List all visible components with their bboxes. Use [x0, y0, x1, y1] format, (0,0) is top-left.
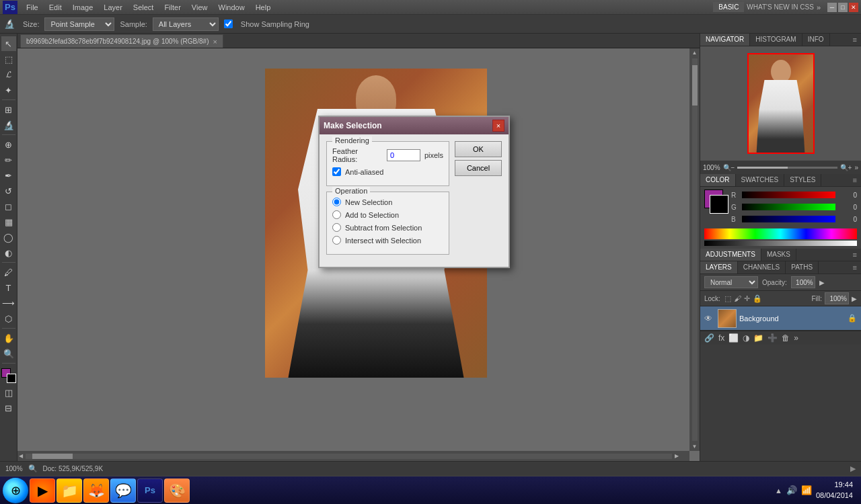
horizontal-scrollbar[interactable]: ◀ ▶: [17, 451, 689, 461]
tab-layers[interactable]: LAYERS: [700, 261, 738, 274]
vertical-scrollbar[interactable]: ▲ ▼: [689, 48, 700, 451]
clone-stamp-tool[interactable]: ✒: [1, 168, 16, 183]
tab-paths[interactable]: PATHS: [786, 261, 819, 274]
selection-tool[interactable]: ⬚: [1, 52, 16, 67]
scroll-up-arrow[interactable]: ▲: [691, 48, 699, 57]
hand-tool[interactable]: ✋: [1, 331, 16, 345]
ok-button[interactable]: OK: [455, 141, 502, 157]
blur-tool[interactable]: ◯: [1, 230, 16, 245]
menu-image[interactable]: Image: [68, 2, 98, 13]
opacity-arrow-icon[interactable]: ▶: [819, 279, 825, 286]
g-slider[interactable]: [742, 204, 835, 210]
gradient-tool[interactable]: ▦: [1, 214, 16, 229]
zoom-out-icon[interactable]: 🔍−: [723, 164, 735, 171]
zoom-tool[interactable]: 🔍: [1, 346, 16, 361]
menu-file[interactable]: File: [22, 2, 43, 13]
pen-tool[interactable]: 🖊: [1, 265, 16, 280]
h-scroll-track[interactable]: [26, 454, 672, 459]
dialog-close-button[interactable]: ×: [492, 120, 504, 132]
screen-mode-tool[interactable]: ⊟: [1, 401, 16, 415]
healing-brush-tool[interactable]: ⊕: [1, 137, 16, 152]
menu-select[interactable]: Select: [128, 2, 159, 13]
menu-view[interactable]: View: [187, 2, 213, 13]
maximize-button[interactable]: □: [838, 3, 848, 12]
fg-bg-color-boxes[interactable]: [704, 190, 728, 214]
layer-folder-icon[interactable]: 📁: [753, 333, 763, 343]
menu-filter[interactable]: Filter: [159, 2, 185, 13]
crop-tool[interactable]: ⊞: [1, 102, 16, 117]
color-panel-menu-icon[interactable]: ≡: [849, 174, 861, 186]
tab-navigator[interactable]: NAVIGATOR: [700, 34, 750, 46]
v-scroll-track[interactable]: [692, 58, 698, 441]
volume-icon[interactable]: 🔊: [786, 485, 797, 495]
navigator-zoom-slider[interactable]: [737, 167, 837, 169]
show-sampling-ring-checkbox[interactable]: [224, 19, 233, 28]
canvas-viewport[interactable]: Make Selection × Rendering Feather Radiu…: [17, 48, 700, 461]
start-button[interactable]: ⊕: [3, 478, 28, 503]
status-zoom-icon[interactable]: 🔍: [28, 464, 38, 473]
brush-tool[interactable]: ✏: [1, 153, 16, 167]
grayscale-bar[interactable]: [704, 241, 857, 246]
v-scroll-thumb[interactable]: [692, 65, 698, 106]
add-to-selection-radio[interactable]: [332, 210, 341, 219]
tab-masks[interactable]: MASKS: [761, 249, 796, 261]
close-button[interactable]: ✕: [849, 3, 858, 12]
anti-aliased-checkbox[interactable]: [332, 167, 341, 176]
lock-move-icon[interactable]: ✛: [744, 294, 750, 303]
size-select[interactable]: Point Sample 3 by 3 Average 5 by 5 Avera…: [44, 17, 114, 31]
color-spectrum-bar[interactable]: [704, 228, 857, 239]
tab-close-button[interactable]: ×: [213, 38, 217, 46]
fill-input[interactable]: [825, 292, 849, 304]
scroll-left-arrow[interactable]: ◀: [17, 452, 24, 460]
layers-menu-icon[interactable]: ≡: [849, 261, 861, 274]
shape-tool[interactable]: ⬡: [1, 311, 16, 326]
tab-styles[interactable]: STYLES: [784, 174, 821, 186]
zoom-in-icon[interactable]: 🔍+: [840, 164, 852, 171]
h-scroll-thumb[interactable]: [32, 454, 73, 459]
taskbar-app-6[interactable]: 🎨: [164, 478, 190, 503]
sample-select[interactable]: All Layers Current Layer: [153, 17, 219, 31]
nav-expand-icon[interactable]: »: [854, 164, 858, 171]
lock-transparent-icon[interactable]: ⬚: [724, 294, 731, 303]
layer-link-icon[interactable]: 🔗: [704, 333, 714, 343]
adjustments-menu-icon[interactable]: ≡: [849, 249, 861, 261]
taskbar-app-4[interactable]: 💬: [110, 478, 136, 503]
dodge-tool[interactable]: ◐: [1, 245, 16, 260]
move-tool[interactable]: ↖: [1, 36, 16, 51]
tab-info[interactable]: INFO: [802, 34, 830, 46]
magic-wand-tool[interactable]: ✦: [1, 83, 16, 97]
intersect-with-selection-radio[interactable]: [332, 236, 341, 245]
layer-fx-icon[interactable]: fx: [718, 333, 724, 343]
expand-icon[interactable]: »: [817, 3, 821, 11]
color-picker[interactable]: [1, 368, 16, 383]
network-icon[interactable]: 📶: [801, 485, 812, 495]
background-color-swatch[interactable]: [710, 195, 728, 214]
tab-adjustments[interactable]: ADJUSTMENTS: [700, 249, 761, 261]
background-layer-row[interactable]: 👁 Background 🔒: [700, 306, 861, 331]
scroll-right-arrow[interactable]: ▶: [673, 452, 680, 460]
navigator-menu-icon[interactable]: ≡: [849, 34, 861, 46]
background-color[interactable]: [7, 374, 16, 383]
menu-layer[interactable]: Layer: [99, 2, 127, 13]
quick-mask-tool[interactable]: ◫: [1, 385, 16, 400]
taskbar-app-2[interactable]: 📁: [57, 478, 82, 503]
history-brush-tool[interactable]: ↺: [1, 183, 16, 198]
menu-window[interactable]: Window: [214, 2, 250, 13]
layer-delete-icon[interactable]: 🗑: [782, 333, 790, 343]
eraser-tool[interactable]: ◻: [1, 199, 16, 214]
status-arrow[interactable]: ▶: [850, 464, 856, 473]
taskbar-app-3[interactable]: 🦊: [83, 478, 109, 503]
layers-expand-icon[interactable]: »: [794, 333, 798, 343]
basic-btn[interactable]: BASIC: [713, 2, 744, 12]
lasso-tool[interactable]: 𝓛: [1, 67, 16, 82]
feather-radius-input[interactable]: [387, 149, 420, 161]
tab-swatches[interactable]: SWATCHES: [736, 174, 785, 186]
taskbar-app-1[interactable]: ▶: [30, 478, 55, 503]
lock-all-icon[interactable]: 🔒: [753, 294, 762, 303]
layer-add-icon[interactable]: ➕: [768, 333, 778, 343]
minimize-button[interactable]: ─: [827, 3, 837, 12]
lock-brush-icon[interactable]: 🖌: [734, 294, 741, 302]
canvas-tab[interactable]: b9969b2fefad38c78eb9f7b924908124.jpg @ 1…: [20, 34, 223, 48]
tray-expand[interactable]: ▲: [775, 487, 782, 495]
eyedropper-tool[interactable]: 🔬: [1, 118, 16, 132]
